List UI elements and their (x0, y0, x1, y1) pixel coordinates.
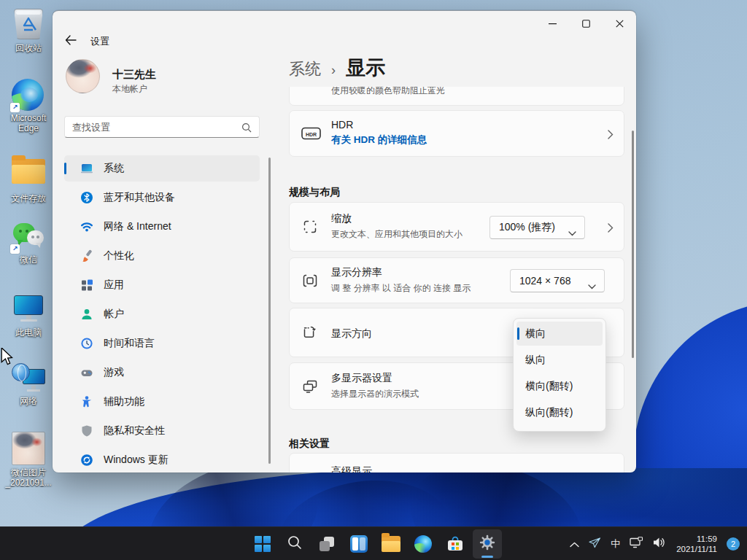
edge-icon (414, 535, 432, 553)
this-pc-icon (12, 293, 45, 325)
store-button[interactable] (441, 529, 470, 559)
wifi-icon (80, 220, 93, 233)
widgets-button[interactable] (344, 529, 374, 559)
tray-time: 11:59 (676, 534, 717, 544)
row-subtitle: 选择显示器的演示模式 (331, 388, 419, 400)
tray-chevron-up-icon[interactable] (570, 537, 579, 551)
hdr-icon: HDR (301, 125, 322, 142)
desktop-icon-folder[interactable]: 文件存放 (0, 155, 57, 203)
row-subtitle: 使用较暖的颜色帮助阻止蓝光 (331, 87, 445, 97)
volume-icon[interactable] (653, 537, 667, 551)
desktop: 回收站 ↗ Microsoft Edge 文件存放 ↗ 微信 此电脑 网络 微信… (0, 0, 747, 560)
sidebar-item-windows-update[interactable]: Windows 更新 (64, 447, 260, 472)
settings-taskbar-button[interactable] (473, 529, 502, 559)
dropdown-option-landscape-flipped[interactable]: 横向(翻转) (516, 374, 603, 398)
network-tray-icon[interactable] (630, 537, 643, 552)
dropdown-option-landscape[interactable]: 横向 (516, 322, 603, 346)
edge-button[interactable] (409, 529, 438, 559)
search-icon[interactable] (241, 122, 252, 136)
minimize-button[interactable] (535, 11, 569, 36)
window-title: 设置 (90, 35, 109, 48)
avatar[interactable] (66, 59, 100, 93)
sidebar-item-accounts[interactable]: 帐户 (64, 301, 260, 327)
desktop-icon-this-pc[interactable]: 此电脑 (0, 293, 57, 338)
dropdown-option-portrait[interactable]: 纵向 (516, 348, 603, 372)
file-explorer-icon (382, 536, 400, 552)
sidebar-scrollbar[interactable] (268, 158, 271, 464)
resolution-icon (301, 272, 319, 289)
advanced-display-row[interactable]: 高级显示 (289, 453, 624, 472)
maximize-button[interactable] (569, 11, 603, 36)
tray-app-icon[interactable] (589, 537, 601, 551)
dropdown-option-label: 横向(翻转) (525, 380, 573, 393)
sidebar-item-label: 时间和语言 (104, 337, 155, 350)
sidebar-item-label: 系统 (104, 162, 124, 175)
resolution-row[interactable]: 显示分辨率 调 整 分辨率 以 适合 你的 连接 显示 747 × 560 (289, 257, 624, 303)
task-view-button[interactable] (312, 529, 341, 559)
sidebar-item-time-language[interactable]: 时间和语言 (64, 330, 260, 357)
sidebar-item-privacy-security[interactable]: 隐私和安全性 (64, 418, 260, 444)
orientation-dropdown: 横向 纵向 横向(翻转) 纵向(翻转) (513, 318, 606, 432)
clock[interactable]: 11:59 2021/11/11 (676, 534, 717, 554)
sidebar-item-system[interactable]: 系统 (64, 155, 260, 182)
notification-badge[interactable]: 2 (727, 537, 740, 551)
start-button[interactable] (248, 529, 277, 559)
tray-date: 2021/11/11 (676, 544, 717, 554)
ime-indicator[interactable]: 中 (611, 537, 620, 551)
desktop-icon-label: Microsoft (11, 113, 47, 123)
row-title: 缩放 (331, 212, 352, 225)
hdr-row[interactable]: HDR HDR 有关 HDR 的详细信息 (289, 110, 624, 157)
desktop-icon-label: 回收站 (0, 43, 57, 53)
sidebar-item-label: 蓝牙和其他设备 (104, 191, 175, 204)
accessibility-person-icon (80, 395, 93, 408)
chevron-right-icon (608, 222, 614, 236)
sidebar-item-label: 隐私和安全性 (104, 424, 165, 438)
sidebar-item-gaming[interactable]: 游戏 (64, 359, 260, 386)
shield-icon (80, 424, 93, 438)
taskbar-search-button[interactable] (280, 529, 309, 559)
sidebar-item-network-internet[interactable]: 网络 & Internet (64, 214, 260, 240)
sidebar-item-accessibility[interactable]: 辅助功能 (64, 389, 260, 415)
search-input[interactable] (72, 117, 240, 137)
desktop-icon-wechat[interactable]: ↗ 微信 (0, 220, 57, 265)
hdr-details-link[interactable]: 有关 HDR 的详细信息 (331, 133, 427, 147)
night-light-row-clipped[interactable]: 使用较暖的颜色帮助阻止蓝光 (289, 87, 624, 106)
sidebar-item-personalization[interactable]: 个性化 (64, 243, 260, 269)
task-view-icon (318, 535, 336, 553)
scale-row[interactable]: 缩放 更改文本、应用和其他项目的大小 100% (推荐) (289, 202, 624, 252)
back-button[interactable] (64, 34, 77, 46)
chevron-down-icon (568, 226, 576, 239)
desktop-icon-label: 网络 (0, 396, 57, 406)
section-header-related: 相关设置 (289, 438, 330, 451)
folder-icon (12, 159, 45, 184)
search-box (64, 116, 260, 138)
brush-icon (80, 249, 93, 262)
system-tray: 中 11:59 2021/11/11 2 (570, 527, 740, 560)
windows-logo-icon (255, 536, 271, 552)
dropdown-option-label: 纵向(翻转) (525, 406, 573, 419)
account-person-icon (80, 308, 93, 321)
shortcut-arrow-icon: ↗ (10, 244, 20, 254)
breadcrumb-parent[interactable]: 系统 (289, 58, 321, 80)
resolution-combobox[interactable]: 747 × 560 (510, 269, 605, 292)
scale-combobox[interactable]: 100% (推荐) (489, 216, 585, 239)
content-scrollbar[interactable] (632, 131, 634, 358)
breadcrumb: 系统 › 显示 (289, 55, 385, 81)
dropdown-option-portrait-flipped[interactable]: 纵向(翻转) (516, 400, 603, 424)
sidebar-item-apps[interactable]: 应用 (64, 272, 260, 298)
close-button[interactable] (603, 11, 636, 36)
dropdown-option-label: 纵向 (525, 354, 546, 367)
desktop-icon-recycle-bin[interactable]: 回收站 (0, 9, 57, 53)
desktop-icon-edge[interactable]: ↗ Microsoft Edge (0, 79, 57, 133)
chevron-down-icon (588, 279, 596, 292)
user-account-type: 本地帐户 (112, 83, 147, 96)
recycle-bin-icon (14, 9, 43, 39)
desktop-icon-label: 文件存放 (0, 193, 57, 203)
file-explorer-button[interactable] (376, 529, 406, 559)
desktop-icon-label: 微信图片 (11, 467, 46, 478)
section-header-scale-layout: 规模与布局 (289, 186, 340, 199)
gear-icon (478, 533, 497, 555)
combobox-value: 747 × 560 (519, 275, 570, 287)
desktop-icon-photo[interactable]: 微信图片 _2021091... (0, 432, 57, 488)
sidebar-item-bluetooth-devices[interactable]: 蓝牙和其他设备 (64, 184, 260, 211)
